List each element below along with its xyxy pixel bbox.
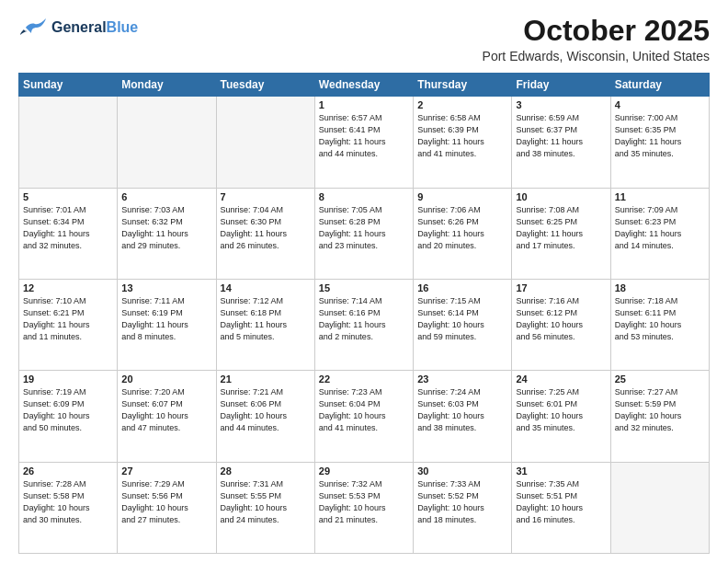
- day-number: 3: [516, 99, 606, 110]
- day-number: 21: [221, 373, 311, 385]
- day-info: Sunrise: 7:09 AM Sunset: 6:23 PM Dayligh…: [615, 204, 705, 252]
- day-info: Sunrise: 7:32 AM Sunset: 5:53 PM Dayligh…: [319, 478, 409, 526]
- day-info: Sunrise: 7:14 AM Sunset: 6:16 PM Dayligh…: [319, 295, 409, 343]
- calendar-cell: 1Sunrise: 6:57 AM Sunset: 6:41 PM Daylig…: [314, 97, 413, 188]
- day-number: 7: [221, 191, 311, 202]
- logo: GeneralBlue: [18, 15, 138, 40]
- week-row-3: 19Sunrise: 7:19 AM Sunset: 6:09 PM Dayli…: [19, 371, 710, 462]
- location: Port Edwards, Wisconsin, United States: [483, 49, 710, 63]
- day-number: 11: [615, 191, 705, 202]
- day-number: 30: [417, 465, 507, 477]
- calendar-cell: [216, 97, 314, 188]
- day-number: 2: [417, 99, 507, 110]
- day-info: Sunrise: 7:35 AM Sunset: 5:51 PM Dayligh…: [516, 478, 606, 526]
- calendar-cell: 16Sunrise: 7:15 AM Sunset: 6:14 PM Dayli…: [414, 279, 512, 370]
- day-info: Sunrise: 7:03 AM Sunset: 6:32 PM Dayligh…: [121, 204, 211, 252]
- calendar-cell: 13Sunrise: 7:11 AM Sunset: 6:19 PM Dayli…: [118, 279, 216, 370]
- day-info: Sunrise: 7:25 AM Sunset: 6:01 PM Dayligh…: [516, 386, 606, 434]
- calendar-cell: 6Sunrise: 7:03 AM Sunset: 6:32 PM Daylig…: [118, 188, 216, 279]
- day-number: 20: [121, 373, 211, 385]
- calendar-cell: 20Sunrise: 7:20 AM Sunset: 6:07 PM Dayli…: [118, 371, 216, 462]
- day-number: 27: [121, 465, 211, 477]
- calendar-cell: 22Sunrise: 7:23 AM Sunset: 6:04 PM Dayli…: [314, 371, 413, 462]
- day-info: Sunrise: 7:16 AM Sunset: 6:12 PM Dayligh…: [516, 295, 606, 343]
- calendar-cell: [19, 97, 118, 188]
- day-info: Sunrise: 7:33 AM Sunset: 5:52 PM Dayligh…: [417, 478, 507, 526]
- month-title: October 2025: [483, 15, 710, 47]
- calendar-table: SundayMondayTuesdayWednesdayThursdayFrid…: [18, 73, 710, 554]
- day-info: Sunrise: 7:27 AM Sunset: 5:59 PM Dayligh…: [615, 386, 705, 434]
- day-info: Sunrise: 6:58 AM Sunset: 6:39 PM Dayligh…: [417, 112, 507, 160]
- col-header-sunday: Sunday: [19, 74, 118, 97]
- day-number: 29: [319, 465, 409, 477]
- col-header-friday: Friday: [512, 74, 610, 97]
- calendar-cell: 15Sunrise: 7:14 AM Sunset: 6:16 PM Dayli…: [314, 279, 413, 370]
- calendar-cell: 28Sunrise: 7:31 AM Sunset: 5:55 PM Dayli…: [216, 462, 314, 553]
- day-number: 31: [516, 465, 606, 477]
- calendar-cell: 11Sunrise: 7:09 AM Sunset: 6:23 PM Dayli…: [610, 188, 709, 279]
- calendar-cell: 18Sunrise: 7:18 AM Sunset: 6:11 PM Dayli…: [610, 279, 709, 370]
- day-info: Sunrise: 7:10 AM Sunset: 6:21 PM Dayligh…: [23, 295, 113, 343]
- calendar-cell: 19Sunrise: 7:19 AM Sunset: 6:09 PM Dayli…: [19, 371, 118, 462]
- day-info: Sunrise: 7:29 AM Sunset: 5:56 PM Dayligh…: [121, 478, 211, 526]
- week-row-4: 26Sunrise: 7:28 AM Sunset: 5:58 PM Dayli…: [19, 462, 710, 553]
- calendar-cell: 24Sunrise: 7:25 AM Sunset: 6:01 PM Dayli…: [512, 371, 610, 462]
- day-number: 16: [417, 282, 507, 293]
- day-info: Sunrise: 7:04 AM Sunset: 6:30 PM Dayligh…: [221, 204, 311, 252]
- day-number: 1: [319, 99, 409, 110]
- day-number: 26: [23, 465, 113, 477]
- day-number: 17: [516, 282, 606, 293]
- day-number: 14: [221, 282, 311, 293]
- col-header-saturday: Saturday: [610, 74, 709, 97]
- calendar-cell: 21Sunrise: 7:21 AM Sunset: 6:06 PM Dayli…: [216, 371, 314, 462]
- calendar-cell: 31Sunrise: 7:35 AM Sunset: 5:51 PM Dayli…: [512, 462, 610, 553]
- logo-text: GeneralBlue: [51, 19, 138, 36]
- day-number: 23: [417, 373, 507, 385]
- day-info: Sunrise: 7:18 AM Sunset: 6:11 PM Dayligh…: [615, 295, 705, 343]
- day-info: Sunrise: 7:31 AM Sunset: 5:55 PM Dayligh…: [221, 478, 311, 526]
- day-info: Sunrise: 7:23 AM Sunset: 6:04 PM Dayligh…: [319, 386, 409, 434]
- col-header-tuesday: Tuesday: [216, 74, 314, 97]
- calendar-cell: 5Sunrise: 7:01 AM Sunset: 6:34 PM Daylig…: [19, 188, 118, 279]
- day-info: Sunrise: 7:11 AM Sunset: 6:19 PM Dayligh…: [121, 295, 211, 343]
- day-info: Sunrise: 7:06 AM Sunset: 6:26 PM Dayligh…: [417, 204, 507, 252]
- calendar-cell: 8Sunrise: 7:05 AM Sunset: 6:28 PM Daylig…: [314, 188, 413, 279]
- calendar-cell: 23Sunrise: 7:24 AM Sunset: 6:03 PM Dayli…: [414, 371, 512, 462]
- calendar-cell: 30Sunrise: 7:33 AM Sunset: 5:52 PM Dayli…: [414, 462, 512, 553]
- day-number: 4: [615, 99, 705, 110]
- day-info: Sunrise: 7:19 AM Sunset: 6:09 PM Dayligh…: [23, 386, 113, 434]
- week-row-2: 12Sunrise: 7:10 AM Sunset: 6:21 PM Dayli…: [19, 279, 710, 370]
- day-number: 10: [516, 191, 606, 202]
- calendar-cell: [118, 97, 216, 188]
- title-block: October 2025 Port Edwards, Wisconsin, Un…: [483, 15, 710, 63]
- calendar-cell: 25Sunrise: 7:27 AM Sunset: 5:59 PM Dayli…: [610, 371, 709, 462]
- calendar-cell: 10Sunrise: 7:08 AM Sunset: 6:25 PM Dayli…: [512, 188, 610, 279]
- day-number: 18: [615, 282, 705, 293]
- day-number: 13: [121, 282, 211, 293]
- day-number: 25: [615, 373, 705, 385]
- day-info: Sunrise: 6:59 AM Sunset: 6:37 PM Dayligh…: [516, 112, 606, 160]
- calendar-cell: 7Sunrise: 7:04 AM Sunset: 6:30 PM Daylig…: [216, 188, 314, 279]
- calendar-cell: 29Sunrise: 7:32 AM Sunset: 5:53 PM Dayli…: [314, 462, 413, 553]
- day-info: Sunrise: 7:28 AM Sunset: 5:58 PM Dayligh…: [23, 478, 113, 526]
- day-info: Sunrise: 7:12 AM Sunset: 6:18 PM Dayligh…: [221, 295, 311, 343]
- col-header-monday: Monday: [118, 74, 216, 97]
- calendar-cell: 27Sunrise: 7:29 AM Sunset: 5:56 PM Dayli…: [118, 462, 216, 553]
- calendar-cell: 14Sunrise: 7:12 AM Sunset: 6:18 PM Dayli…: [216, 279, 314, 370]
- col-header-thursday: Thursday: [414, 74, 512, 97]
- calendar-cell: 26Sunrise: 7:28 AM Sunset: 5:58 PM Dayli…: [19, 462, 118, 553]
- week-row-1: 5Sunrise: 7:01 AM Sunset: 6:34 PM Daylig…: [19, 188, 710, 279]
- calendar-cell: 12Sunrise: 7:10 AM Sunset: 6:21 PM Dayli…: [19, 279, 118, 370]
- logo-bird-icon: [18, 15, 48, 40]
- day-number: 28: [221, 465, 311, 477]
- week-row-0: 1Sunrise: 6:57 AM Sunset: 6:41 PM Daylig…: [19, 97, 710, 188]
- day-info: Sunrise: 7:21 AM Sunset: 6:06 PM Dayligh…: [221, 386, 311, 434]
- day-info: Sunrise: 7:15 AM Sunset: 6:14 PM Dayligh…: [417, 295, 507, 343]
- calendar-header-row: SundayMondayTuesdayWednesdayThursdayFrid…: [19, 74, 710, 97]
- calendar-cell: 17Sunrise: 7:16 AM Sunset: 6:12 PM Dayli…: [512, 279, 610, 370]
- calendar-cell: 9Sunrise: 7:06 AM Sunset: 6:26 PM Daylig…: [414, 188, 512, 279]
- calendar-cell: [610, 462, 709, 553]
- day-number: 8: [319, 191, 409, 202]
- day-info: Sunrise: 7:00 AM Sunset: 6:35 PM Dayligh…: [615, 112, 705, 160]
- day-number: 24: [516, 373, 606, 385]
